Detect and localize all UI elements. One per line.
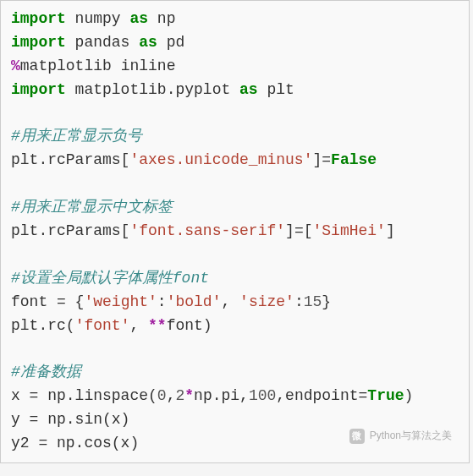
code-line: #设置全局默认字体属性font <box>11 267 459 291</box>
code-block: import numpy as np import pandas as pd %… <box>0 0 470 463</box>
code-line: plt.rcParams['font.sans-serif']=['SimHei… <box>11 220 459 243</box>
module-name: matplotlib.pyplot <box>66 81 239 98</box>
string-literal: 'bold' <box>167 293 222 310</box>
alias: np <box>148 10 175 27</box>
comment: #用来正常显示负号 <box>11 128 142 145</box>
builtin-false: False <box>331 151 377 168</box>
code-line: #准备数据 <box>11 361 459 385</box>
code-text: y = np.sin(x) <box>11 411 129 428</box>
string-literal: 'size' <box>239 293 294 310</box>
code-line: %matplotlib inline <box>11 55 459 79</box>
blank-line <box>11 337 459 361</box>
code-text: , <box>167 387 176 404</box>
string-literal: 'SimHei' <box>312 222 385 239</box>
code-line: import pandas as pd <box>11 31 459 55</box>
code-line: plt.rcParams['axes.unicode_minus']=False <box>11 149 459 172</box>
blank-line <box>11 172 459 196</box>
code-text: plt.rcParams[ <box>11 151 129 168</box>
wechat-icon: 微 <box>349 429 365 444</box>
code-text: y2 = np.cos(x) <box>11 435 139 451</box>
builtin-true: True <box>367 387 404 404</box>
keyword-as: as <box>139 34 157 51</box>
code-text: ]=[ <box>285 222 312 239</box>
code-text: ,endpoint= <box>276 387 367 404</box>
number-literal: 2 <box>175 387 184 404</box>
string-literal: 'font' <box>75 317 130 334</box>
string-literal: 'weight' <box>84 293 157 310</box>
blank-line <box>11 102 459 126</box>
number-literal: 0 <box>157 387 167 404</box>
keyword-as: as <box>239 81 258 98</box>
watermark: 微 Python与算法之美 <box>349 428 452 444</box>
code-text: ]= <box>312 151 331 168</box>
code-line: #用来正常显示负号 <box>11 125 459 149</box>
comment: #准备数据 <box>11 364 81 380</box>
blank-line <box>11 243 459 267</box>
operator-star: * <box>184 387 194 404</box>
code-line: #用来正常显示中文标签 <box>11 196 459 220</box>
keyword-import: import <box>11 81 66 98</box>
code-line: import matplotlib.pyplot as plt <box>11 79 459 102</box>
code-text: plt.rc( <box>11 317 75 334</box>
keyword-as: as <box>129 10 148 27</box>
number-literal: 15 <box>304 293 322 310</box>
comment: #用来正常显示中文标签 <box>11 199 173 216</box>
string-literal: 'axes.unicode_minus' <box>129 151 312 168</box>
code-line: plt.rc('font', **font) <box>11 315 459 338</box>
code-text: x = np.linspace( <box>11 387 157 404</box>
code-text: : <box>157 293 167 310</box>
magic-command: matplotlib inline <box>20 57 176 74</box>
code-text: , <box>129 317 148 334</box>
module-name: pandas <box>66 34 139 51</box>
watermark-text: Python与算法之美 <box>370 428 452 444</box>
code-text: ] <box>386 222 395 239</box>
code-text: np.pi, <box>194 387 249 404</box>
keyword-import: import <box>11 34 66 51</box>
code-text: , <box>221 293 239 310</box>
keyword-import: import <box>11 10 66 27</box>
code-text: } <box>322 293 331 310</box>
code-text: font) <box>167 317 212 334</box>
code-line: x = np.linspace(0,2*np.pi,100,endpoint=T… <box>11 385 459 408</box>
code-line: import numpy as np <box>11 8 459 31</box>
code-text: : <box>294 293 304 310</box>
code-text: plt.rcParams[ <box>11 222 129 239</box>
module-name: numpy <box>66 10 130 27</box>
code-text: font = { <box>11 293 84 310</box>
number-literal: 100 <box>249 387 276 404</box>
comment: #设置全局默认字体属性font <box>11 270 209 287</box>
kwargs-stars: ** <box>148 317 167 334</box>
code-line: font = {'weight':'bold', 'size':15} <box>11 291 459 315</box>
magic-percent: % <box>11 57 20 74</box>
alias: plt <box>258 81 294 98</box>
alias: pd <box>157 34 184 51</box>
string-literal: 'font.sans-serif' <box>129 222 285 239</box>
code-text: ) <box>404 387 414 404</box>
